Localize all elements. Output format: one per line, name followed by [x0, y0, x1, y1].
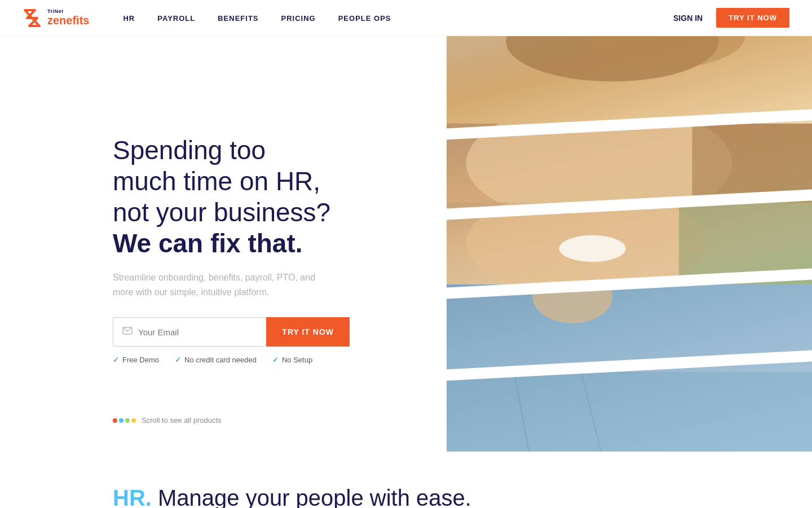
svg-marker-0: [25, 10, 39, 26]
hero-subtext: Streamline onboarding, benefits, payroll…: [113, 270, 327, 299]
dots-icon: [113, 418, 136, 423]
svg-rect-16: [447, 372, 812, 452]
strip-1: [447, 36, 812, 124]
check-label-2: No credit card needed: [184, 356, 257, 364]
email-input[interactable]: [138, 327, 257, 337]
check-no-setup: ✓ No Setup: [272, 356, 312, 364]
scroll-hint: Scroll to see all products: [113, 416, 222, 424]
check-label-1: Free Demo: [122, 356, 159, 364]
strip-bg-5: [447, 372, 812, 452]
check-mark-1: ✓: [113, 356, 119, 364]
nav-benefits[interactable]: BENEFITS: [218, 14, 258, 23]
dot-blue: [119, 418, 123, 423]
dot-orange: [113, 418, 117, 423]
dot-yellow: [131, 418, 136, 423]
check-free-demo: ✓ Free Demo: [113, 356, 159, 364]
nav-people-ops[interactable]: PEOPLE OPS: [338, 14, 391, 23]
email-form: TRY IT NOW: [113, 317, 350, 347]
logo-icon: [23, 8, 43, 28]
try-now-hero-button[interactable]: TRY IT NOW: [266, 317, 350, 347]
nav-right: SIGN IN TRY IT NOW: [673, 8, 789, 28]
form-checks: ✓ Free Demo ✓ No credit card needed ✓ No…: [113, 356, 424, 364]
bottom-section: HR. Manage your people with ease.: [0, 452, 812, 508]
check-label-3: No Setup: [282, 356, 312, 364]
hero-heading: Spending too much time on HR, not your b…: [113, 135, 424, 260]
logo-text: TriNet zenefits: [47, 9, 89, 27]
nav-links: HR PAYROLL BENEFITS PRICING PEOPLE OPS: [123, 13, 673, 23]
hero-section: Spending too much time on HR, not your b…: [0, 36, 812, 452]
navbar: TriNet zenefits HR PAYROLL BENEFITS PRIC…: [0, 0, 812, 36]
hero-heading-line3: not your business?: [113, 198, 330, 227]
strip-5: [447, 372, 812, 452]
hero-heading-line1: Spending too: [113, 135, 266, 165]
check-no-card: ✓ No credit card needed: [175, 356, 257, 364]
try-now-nav-button[interactable]: TRY IT NOW: [716, 8, 789, 28]
hero-heading-bold: We can fix that.: [113, 229, 303, 258]
bottom-accent: HR.: [113, 485, 152, 508]
strips-container: [447, 36, 812, 452]
email-icon: [122, 327, 133, 337]
nav-hr[interactable]: HR: [123, 14, 135, 23]
bottom-heading: HR. Manage your people with ease.: [113, 485, 699, 508]
hero-left: Spending too much time on HR, not your b…: [0, 36, 447, 452]
svg-point-10: [559, 235, 626, 262]
check-mark-3: ✓: [272, 356, 279, 364]
bottom-text: Manage your people with ease.: [158, 485, 471, 508]
nav-payroll[interactable]: PAYROLL: [157, 14, 195, 23]
hero-heading-line2: much time on HR,: [113, 167, 320, 196]
scroll-hint-text: Scroll to see all products: [142, 416, 222, 424]
hero-right: [447, 36, 812, 452]
sign-in-link[interactable]: SIGN IN: [673, 14, 703, 23]
check-mark-2: ✓: [175, 356, 181, 364]
dot-green: [125, 418, 130, 423]
email-input-wrap: [113, 317, 266, 347]
strip-bg-1: [447, 36, 812, 124]
nav-pricing[interactable]: PRICING: [281, 14, 316, 23]
logo-link[interactable]: TriNet zenefits: [23, 8, 89, 28]
